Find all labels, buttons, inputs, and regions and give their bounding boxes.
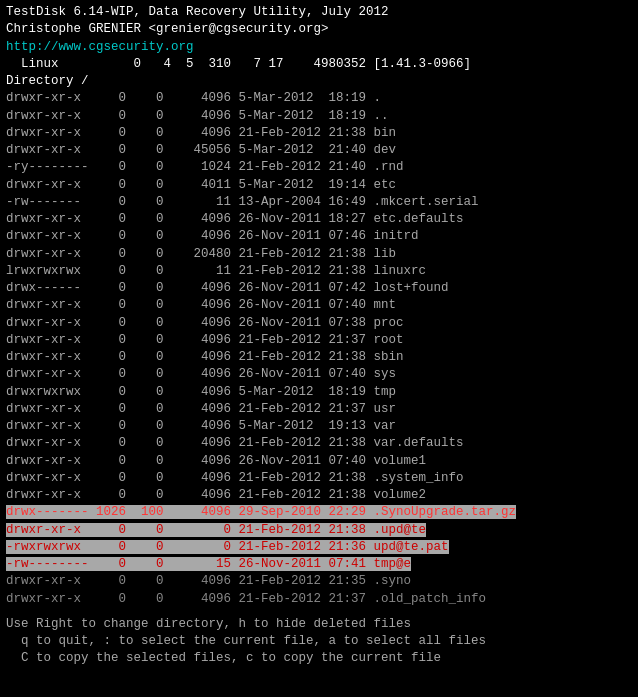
footer-line2: q to quit, : to select the current file,… bbox=[6, 633, 632, 650]
list-item[interactable]: lrwxrwxrwx 0 0 11 21-Feb-2012 21:38 linu… bbox=[6, 263, 632, 280]
header-line3: http://www.cgsecurity.org bbox=[6, 39, 632, 56]
list-item[interactable]: drwx------ 0 0 4096 26-Nov-2011 07:42 lo… bbox=[6, 280, 632, 297]
list-item[interactable]: drwxr-xr-x 0 0 45056 5-Mar-2012 21:40 de… bbox=[6, 142, 632, 159]
terminal: TestDisk 6.14-WIP, Data Recovery Utility… bbox=[0, 0, 638, 697]
list-item[interactable]: -rw------- 0 0 11 13-Apr-2004 16:49 .mkc… bbox=[6, 194, 632, 211]
list-item[interactable]: drwxr-xr-x 0 0 4096 21-Feb-2012 21:37 .o… bbox=[6, 591, 632, 608]
file-list: drwxr-xr-x 0 0 4096 5-Mar-2012 18:19 .dr… bbox=[6, 90, 632, 608]
list-item[interactable]: drwxr-xr-x 0 0 4096 26-Nov-2011 18:27 et… bbox=[6, 211, 632, 228]
list-item[interactable]: drwxr-xr-x 0 0 4096 5-Mar-2012 18:19 . bbox=[6, 90, 632, 107]
list-item[interactable]: drwxr-xr-x 0 0 4096 26-Nov-2011 07:38 pr… bbox=[6, 315, 632, 332]
list-item[interactable]: drwxr-xr-x 0 0 0 21-Feb-2012 21:38 .upd@… bbox=[6, 522, 632, 539]
list-item[interactable]: drwxr-xr-x 0 0 4096 26-Nov-2011 07:40 mn… bbox=[6, 297, 632, 314]
header-line4: Linux 0 4 5 310 7 17 4980352 [1.41.3-096… bbox=[6, 56, 632, 73]
header-line2: Christophe GRENIER <grenier@cgsecurity.o… bbox=[6, 21, 632, 38]
list-item[interactable]: drwxr-xr-x 0 0 4096 26-Nov-2011 07:40 vo… bbox=[6, 453, 632, 470]
footer: Use Right to change directory, h to hide… bbox=[6, 616, 632, 668]
list-item[interactable]: drwxr-xr-x 0 0 4096 21-Feb-2012 21:38 vo… bbox=[6, 487, 632, 504]
list-item[interactable]: drwxr-xr-x 0 0 4096 26-Nov-2011 07:40 sy… bbox=[6, 366, 632, 383]
list-item[interactable]: -rw-------- 0 0 15 26-Nov-2011 07:41 tmp… bbox=[6, 556, 632, 573]
header-line5: Directory / bbox=[6, 73, 632, 90]
list-item[interactable]: drwxr-xr-x 0 0 4011 5-Mar-2012 19:14 etc bbox=[6, 177, 632, 194]
header-line1: TestDisk 6.14-WIP, Data Recovery Utility… bbox=[6, 4, 632, 21]
list-item[interactable]: drwxr-xr-x 0 0 4096 21-Feb-2012 21:38 va… bbox=[6, 435, 632, 452]
list-item[interactable]: drwxr-xr-x 0 0 4096 5-Mar-2012 19:13 var bbox=[6, 418, 632, 435]
list-item[interactable]: drwxr-xr-x 0 0 20480 21-Feb-2012 21:38 l… bbox=[6, 246, 632, 263]
list-item[interactable]: drwxr-xr-x 0 0 4096 5-Mar-2012 18:19 .. bbox=[6, 108, 632, 125]
list-item[interactable]: drwxr-xr-x 0 0 4096 21-Feb-2012 21:38 .s… bbox=[6, 470, 632, 487]
list-item[interactable]: -ry-------- 0 0 1024 21-Feb-2012 21:40 .… bbox=[6, 159, 632, 176]
footer-line1: Use Right to change directory, h to hide… bbox=[6, 616, 632, 633]
list-item[interactable]: drwxr-xr-x 0 0 4096 21-Feb-2012 21:37 us… bbox=[6, 401, 632, 418]
list-item[interactable]: drwxr-xr-x 0 0 4096 21-Feb-2012 21:38 bi… bbox=[6, 125, 632, 142]
list-item[interactable]: -rwxrwxrwx 0 0 0 21-Feb-2012 21:36 upd@t… bbox=[6, 539, 632, 556]
footer-line3: C to copy the selected files, c to copy … bbox=[6, 650, 632, 667]
list-item[interactable]: drwxrwxrwx 0 0 4096 5-Mar-2012 18:19 tmp bbox=[6, 384, 632, 401]
list-item[interactable]: drwxr-xr-x 0 0 4096 26-Nov-2011 07:46 in… bbox=[6, 228, 632, 245]
list-item[interactable]: drwxr-xr-x 0 0 4096 21-Feb-2012 21:37 ro… bbox=[6, 332, 632, 349]
list-item[interactable]: drwx------- 1026 100 4096 29-Sep-2010 22… bbox=[6, 504, 632, 521]
list-item[interactable]: drwxr-xr-x 0 0 4096 21-Feb-2012 21:35 .s… bbox=[6, 573, 632, 590]
list-item[interactable]: drwxr-xr-x 0 0 4096 21-Feb-2012 21:38 sb… bbox=[6, 349, 632, 366]
